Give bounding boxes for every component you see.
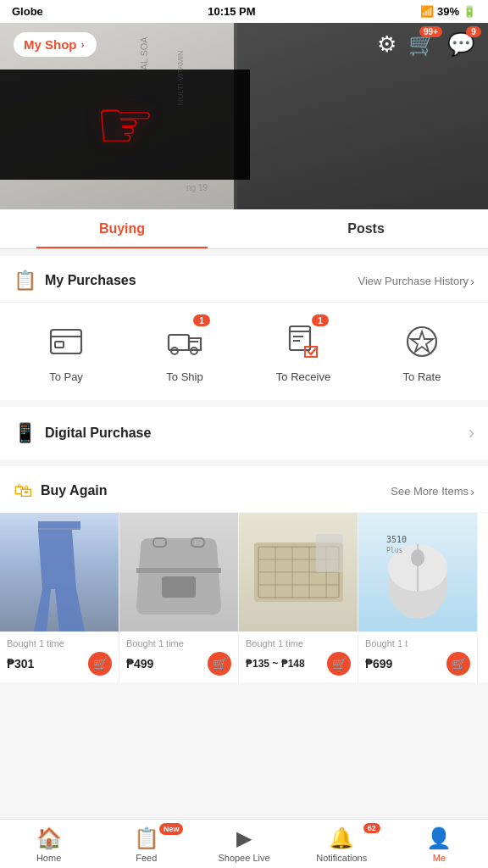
carrier-label: Globe [12, 5, 43, 18]
my-shop-button[interactable]: My Shop › [14, 32, 97, 57]
product-card-1[interactable]: Bought 1 time ₱301 🛒 [0, 513, 119, 682]
to-rate-item[interactable]: To Rate [363, 320, 481, 383]
feed-label: Feed [136, 853, 157, 863]
shopee-live-label: Shopee Live [218, 853, 269, 863]
nav-home[interactable]: 🏠 Home [0, 826, 97, 863]
nav-shopee-live[interactable]: ▶ Shopee Live [195, 826, 292, 863]
hero-banner: ☞ AL SOA MULTI-VITAMIN ng 19 My Shop › ⚙… [0, 23, 488, 209]
to-receive-icon [285, 323, 322, 360]
buy-again-title-text: Buy Again [41, 483, 108, 498]
me-icon: 👤 [426, 826, 452, 850]
to-receive-badge: 1 [312, 314, 329, 326]
digital-purchase-label: Digital Purchase [45, 426, 151, 441]
product-card-2[interactable]: Bought 1 time ₱499 🛒 [119, 513, 239, 682]
bag-image [132, 521, 225, 623]
nav-me[interactable]: 👤 Me [391, 826, 488, 863]
product-2-bought-label: Bought 1 time [126, 638, 231, 648]
mouse-image: 3510 Plus [380, 526, 456, 619]
product-4-price: ₱699 [365, 657, 392, 670]
digital-purchase-icon: 📱 [14, 422, 36, 444]
purchases-icon: 📋 [14, 270, 36, 292]
purchases-title: 📋 My Purchases [14, 270, 136, 292]
to-ship-item[interactable]: 1 To Ship [125, 320, 244, 383]
status-bar: Globe 10:15 PM 📶 39% 🔋 [0, 0, 488, 23]
tabs-bar: Buying Posts [0, 209, 488, 249]
me-label: Me [433, 853, 446, 863]
product-3-bought-label: Bought 1 time [246, 638, 351, 648]
product-card-4[interactable]: 3510 Plus Bought 1 t ₱699 🛒 [358, 513, 478, 682]
purchase-status-row: To Pay 1 To Ship [0, 303, 488, 400]
svg-marker-8 [411, 331, 433, 352]
product-card-3[interactable]: Bought 1 time ₱135 ~ ₱148 🛒 [239, 513, 358, 682]
purchases-header: 📋 My Purchases View Purchase History › [0, 256, 488, 303]
my-shop-chevron-icon: › [81, 39, 85, 51]
buy-again-header: 🛍 Buy Again See More Items › [0, 466, 488, 512]
cart-badge: 99+ [419, 26, 442, 37]
time-label: 10:15 PM [208, 5, 255, 18]
to-rate-icon [403, 323, 441, 360]
svg-rect-2 [55, 342, 64, 348]
view-history-chevron-icon: › [470, 274, 474, 288]
tab-posts[interactable]: Posts [244, 209, 488, 248]
svg-text:3510: 3510 [386, 535, 407, 544]
product-1-add-cart-button[interactable]: 🛒 [88, 652, 112, 676]
cart-button[interactable]: 🛒 99+ [408, 31, 435, 58]
product-1-price: ₱301 [7, 657, 34, 670]
svg-text:Plus: Plus [386, 547, 402, 554]
view-history-link[interactable]: View Purchase History › [358, 274, 474, 288]
digital-purchase-chevron-icon: › [469, 422, 474, 444]
header-action-icons: ⚙ 🛒 99+ 💬 9 [377, 31, 474, 58]
my-purchases-section: 📋 My Purchases View Purchase History › T… [0, 256, 488, 400]
product-1-bought-label: Bought 1 time [7, 638, 112, 648]
home-icon: 🏠 [36, 826, 62, 850]
to-ship-icon [166, 323, 203, 360]
product-3-price: ₱135 ~ ₱148 [246, 658, 305, 670]
cursor-overlay: ☞ [0, 70, 250, 180]
bottom-nav: 🏠 Home 📋 New Feed ▶ Shopee Live 🔔 62 Not… [0, 819, 488, 868]
product-3-add-cart-button[interactable]: 🛒 [327, 652, 351, 676]
notifications-label: Notifications [316, 853, 367, 863]
nav-notifications[interactable]: 🔔 62 Notifications [293, 826, 391, 863]
to-pay-item[interactable]: To Pay [7, 320, 125, 383]
see-more-link[interactable]: See More Items › [391, 484, 474, 498]
notifications-icon: 🔔 [329, 826, 354, 850]
case-image [250, 526, 347, 619]
buy-again-title: 🛍 Buy Again [14, 480, 108, 502]
messages-button[interactable]: 💬 9 [447, 31, 474, 58]
messages-badge: 9 [466, 26, 481, 37]
to-pay-label: To Pay [49, 370, 83, 383]
shopee-live-icon: ▶ [236, 826, 252, 850]
feed-new-badge: New [159, 823, 184, 835]
products-scroll[interactable]: Bought 1 time ₱301 🛒 Bought [0, 512, 488, 682]
product-4-bought-label: Bought 1 t [365, 638, 470, 648]
nav-feed[interactable]: 📋 New Feed [97, 826, 195, 863]
product-4-add-cart-button[interactable]: 🛒 [446, 652, 470, 676]
my-shop-label: My Shop [24, 37, 77, 52]
feed-icon: 📋 [134, 826, 159, 850]
jeans-image [25, 521, 93, 632]
battery-label: 📶 39% 🔋 [420, 5, 476, 18]
header-bar: My Shop › ⚙ 🛒 99+ 💬 9 [0, 23, 488, 66]
purchases-title-text: My Purchases [45, 273, 136, 288]
svg-rect-3 [169, 335, 189, 350]
product-2-add-cart-button[interactable]: 🛒 [208, 652, 231, 676]
to-receive-item[interactable]: 1 To Receive [244, 320, 363, 383]
svg-rect-12 [162, 576, 196, 598]
product-2-price: ₱499 [126, 657, 153, 670]
buy-again-icon: 🛍 [14, 480, 32, 502]
see-more-chevron-icon: › [470, 484, 474, 498]
svg-rect-22 [316, 534, 343, 572]
settings-icon: ⚙ [377, 31, 396, 57]
to-pay-icon [47, 323, 85, 360]
to-receive-label: To Receive [276, 370, 330, 383]
digital-purchase-section[interactable]: 📱 Digital Purchase › [0, 407, 488, 459]
to-ship-label: To Ship [166, 370, 202, 383]
buy-again-section: 🛍 Buy Again See More Items › Bought 1 ti… [0, 466, 488, 682]
to-ship-badge: 1 [193, 314, 210, 326]
settings-button[interactable]: ⚙ [377, 31, 396, 58]
tab-buying[interactable]: Buying [0, 209, 244, 248]
svg-point-26 [411, 549, 424, 566]
notifications-badge: 62 [363, 823, 380, 833]
home-label: Home [36, 853, 61, 863]
svg-rect-11 [136, 568, 221, 573]
